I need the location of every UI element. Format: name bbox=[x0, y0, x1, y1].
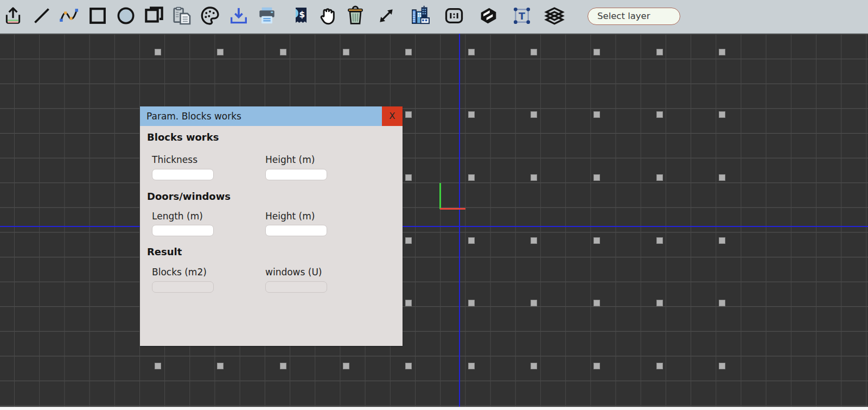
grid-point-marker bbox=[656, 363, 663, 369]
grid-point-marker bbox=[155, 49, 161, 55]
grid-point-marker bbox=[593, 49, 600, 55]
param-blocks-works-dialog: Param. Blocks works X Blocks works Thick… bbox=[140, 106, 403, 346]
grid-point-marker bbox=[343, 363, 349, 369]
print-button[interactable] bbox=[256, 5, 278, 28]
blocks-result-output bbox=[152, 281, 214, 293]
copy-icon bbox=[143, 5, 165, 29]
bezier-curve-icon bbox=[58, 5, 80, 29]
grid-point-marker bbox=[656, 237, 663, 244]
close-button[interactable]: X bbox=[382, 106, 403, 126]
grid-point-marker bbox=[405, 363, 412, 369]
sketchup-button[interactable] bbox=[477, 5, 500, 28]
dialog-title: Param. Blocks works bbox=[146, 106, 241, 126]
trash-icon bbox=[344, 5, 366, 29]
grid-point-marker bbox=[468, 174, 475, 181]
grid-point-marker bbox=[468, 111, 475, 118]
grid-point-marker bbox=[593, 363, 600, 369]
scale-ratio-button[interactable] bbox=[443, 5, 465, 28]
paste-button[interactable] bbox=[170, 5, 193, 28]
trash-button[interactable] bbox=[344, 5, 367, 28]
opening-height-label: Height (m) bbox=[265, 211, 315, 222]
grid-point-marker bbox=[656, 49, 663, 55]
svg-text:T: T bbox=[519, 11, 525, 22]
export-button[interactable] bbox=[2, 5, 24, 28]
grid-point-marker bbox=[719, 237, 725, 244]
print-icon bbox=[256, 5, 278, 29]
grid-point-marker bbox=[593, 237, 600, 244]
grid-point-marker bbox=[343, 49, 349, 55]
bezier-curve-button[interactable] bbox=[58, 5, 80, 28]
layers-button[interactable] bbox=[543, 5, 566, 28]
resize-arrow-button[interactable] bbox=[375, 5, 398, 28]
grid-point-marker bbox=[593, 300, 600, 306]
wall-height-input[interactable] bbox=[265, 169, 327, 180]
horizontal-axis-line bbox=[0, 226, 868, 227]
thickness-label: Thickness bbox=[152, 154, 197, 165]
grid-point-marker bbox=[656, 111, 663, 118]
grid-point-marker bbox=[468, 300, 475, 306]
grid-point-marker bbox=[656, 174, 663, 181]
grid-point-marker bbox=[468, 237, 475, 244]
blocks-result-label: Blocks (m2) bbox=[152, 267, 207, 277]
grid-point-marker bbox=[217, 363, 224, 369]
section-heading-blocks-works: Blocks works bbox=[147, 131, 219, 143]
circle-tool-button[interactable] bbox=[114, 5, 137, 28]
line-tool-button[interactable] bbox=[30, 5, 53, 28]
grid-point-marker bbox=[405, 49, 412, 55]
opening-length-input[interactable] bbox=[152, 225, 214, 236]
grid-point-marker bbox=[719, 111, 725, 118]
section-heading-doors-windows: Doors/windows bbox=[147, 191, 231, 202]
opening-length-label: Length (m) bbox=[152, 211, 203, 222]
grid-point-marker bbox=[405, 300, 412, 306]
sketchup-icon bbox=[477, 5, 499, 29]
layer-selector[interactable]: Select layer bbox=[588, 8, 680, 25]
buildings-button[interactable] bbox=[409, 5, 432, 28]
export-icon bbox=[2, 5, 24, 29]
copy-button[interactable] bbox=[143, 5, 165, 28]
grid-point-marker bbox=[531, 174, 537, 181]
wall-height-label: Height (m) bbox=[265, 154, 315, 165]
windows-result-output bbox=[265, 281, 327, 293]
grid-point-marker bbox=[656, 300, 663, 306]
section-heading-result: Result bbox=[147, 246, 182, 257]
grid-point-marker bbox=[217, 49, 224, 55]
grid-point-marker bbox=[405, 174, 412, 181]
import-icon bbox=[228, 5, 250, 29]
text-select-icon: T bbox=[511, 5, 533, 29]
grid-point-marker bbox=[405, 237, 412, 244]
opening-height-input[interactable] bbox=[265, 225, 327, 236]
vertical-axis-line bbox=[459, 34, 460, 407]
paste-icon bbox=[171, 5, 193, 29]
grid-point-marker bbox=[468, 49, 475, 55]
grid-point-marker bbox=[280, 363, 286, 369]
grid-point-marker bbox=[155, 363, 161, 369]
thickness-input[interactable] bbox=[152, 169, 214, 180]
invoice-button[interactable]: $ bbox=[290, 5, 312, 28]
rectangle-tool-button[interactable] bbox=[86, 5, 109, 28]
circle-tool-icon bbox=[115, 5, 137, 29]
drawing-canvas[interactable] bbox=[0, 34, 868, 407]
palette-icon bbox=[199, 5, 221, 29]
text-select-button[interactable]: T bbox=[510, 5, 533, 28]
toolbar: $T Select layer bbox=[0, 0, 868, 34]
grid-point-marker bbox=[719, 363, 725, 369]
grid-point-marker bbox=[405, 111, 412, 118]
layers-icon bbox=[544, 5, 565, 29]
bottom-scrollbar-track[interactable] bbox=[0, 407, 868, 410]
grid-point-marker bbox=[531, 237, 537, 244]
dialog-titlebar[interactable]: Param. Blocks works X bbox=[140, 106, 403, 126]
origin-x-axis-indicator bbox=[440, 208, 465, 210]
grid-point-marker bbox=[468, 363, 475, 369]
grid-point-marker bbox=[719, 174, 725, 181]
rectangle-tool-icon bbox=[87, 5, 108, 29]
grid-point-marker bbox=[531, 49, 537, 55]
import-button[interactable] bbox=[227, 5, 250, 28]
grid-point-marker bbox=[531, 300, 537, 306]
windows-result-label: windows (U) bbox=[265, 267, 322, 277]
palette-button[interactable] bbox=[199, 5, 221, 28]
grid-point-marker bbox=[280, 49, 286, 55]
pan-hand-button[interactable] bbox=[317, 5, 340, 28]
svg-text:$: $ bbox=[299, 9, 305, 20]
origin-y-axis-indicator bbox=[439, 183, 441, 209]
pan-hand-icon bbox=[317, 5, 339, 29]
